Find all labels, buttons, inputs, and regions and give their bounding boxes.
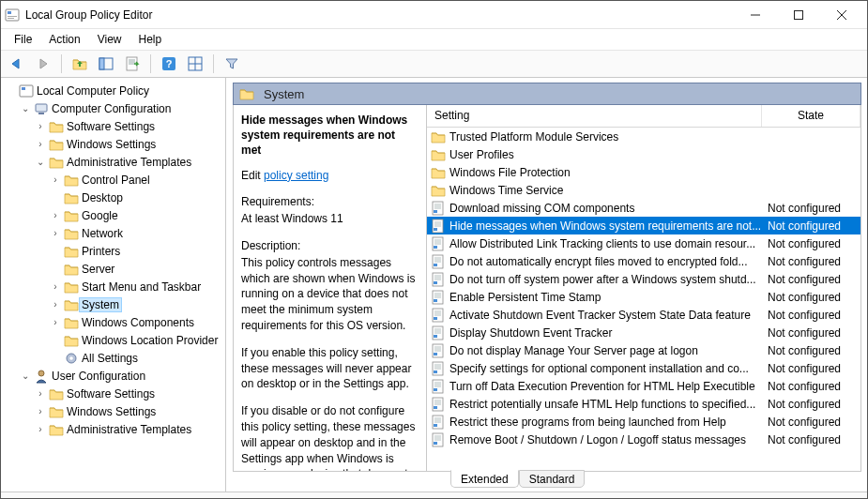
tree-printers[interactable]: Printers <box>50 242 225 260</box>
list-row[interactable]: Restrict these programs from being launc… <box>427 413 860 431</box>
list-row[interactable]: Do not display Manage Your Server page a… <box>427 341 860 359</box>
list-header: Setting State <box>427 105 860 128</box>
policy-icon <box>431 308 446 323</box>
tree-network[interactable]: ›Network <box>50 224 225 242</box>
setting-name: Remove Boot / Shutdown / Logon / Logoff … <box>449 433 762 446</box>
setting-name: Do not automatically encrypt files moved… <box>449 255 762 268</box>
list-row[interactable]: Specify settings for optional component … <box>427 359 860 377</box>
collapse-icon[interactable]: ⌄ <box>20 103 31 113</box>
show-hide-tree-button[interactable] <box>96 53 116 74</box>
tree-user-configuration[interactable]: ⌄ User Configuration <box>20 367 225 385</box>
policy-icon <box>431 361 446 376</box>
expand-icon[interactable]: › <box>35 121 46 131</box>
tree-uc-windows[interactable]: ›Windows Settings <box>35 402 225 420</box>
policy-icon <box>431 379 446 394</box>
tree-administrative-templates[interactable]: ⌄Administrative Templates <box>35 153 225 171</box>
list-body[interactable]: Trusted Platform Module ServicesUser Pro… <box>427 128 860 471</box>
filter-button[interactable] <box>221 53 242 74</box>
list-row[interactable]: Windows Time Service <box>427 181 860 199</box>
svg-text:?: ? <box>166 58 173 69</box>
up-folder-button[interactable] <box>69 53 90 74</box>
edit-policy-link[interactable]: policy setting <box>264 169 328 182</box>
setting-state: Not configured <box>762 309 860 322</box>
expand-icon[interactable]: › <box>50 174 61 185</box>
list-row[interactable]: Trusted Platform Module Services <box>427 128 860 145</box>
tree-uc-software[interactable]: ›Software Settings <box>35 385 225 402</box>
folder-icon <box>64 297 79 312</box>
tab-extended[interactable]: Extended <box>450 470 519 488</box>
collapse-icon[interactable]: ⌄ <box>35 157 46 167</box>
expand-icon[interactable]: › <box>50 210 61 220</box>
folder-icon <box>64 280 79 295</box>
list-row[interactable]: Allow Distributed Link Tracking clients … <box>427 234 860 252</box>
tree-root[interactable]: Local Computer Policy <box>5 82 225 99</box>
list-row[interactable]: Windows File Protection <box>427 163 860 181</box>
back-button[interactable] <box>7 53 27 74</box>
tree-software-settings[interactable]: ›Software Settings <box>35 117 225 135</box>
expand-icon[interactable]: › <box>50 299 61 310</box>
setting-state: Not configured <box>762 219 860 233</box>
toolbar-separator <box>213 54 214 73</box>
minimize-button[interactable] <box>734 1 777 29</box>
properties-button[interactable] <box>185 53 206 74</box>
forward-button[interactable] <box>33 53 53 74</box>
setting-name: Windows Time Service <box>449 184 762 197</box>
expand-icon[interactable]: › <box>50 317 61 327</box>
svg-rect-20 <box>8 18 14 19</box>
menu-view[interactable]: View <box>90 31 129 48</box>
list-row[interactable]: Display Shutdown Event TrackerNot config… <box>427 324 860 341</box>
folder-icon <box>431 129 446 144</box>
tree-computer-configuration[interactable]: ⌄ Computer Configuration <box>20 99 225 117</box>
tree-server[interactable]: Server <box>50 260 225 278</box>
tree-windows-location[interactable]: Windows Location Provider <box>50 331 225 349</box>
export-list-button[interactable] <box>122 53 143 74</box>
list-row[interactable]: Activate Shutdown Event Tracker System S… <box>427 306 860 324</box>
list-row[interactable]: Turn off Data Execution Prevention for H… <box>427 377 860 395</box>
tree-start-menu[interactable]: ›Start Menu and Taskbar <box>50 278 225 295</box>
tree-windows-settings[interactable]: ›Windows Settings <box>35 135 225 153</box>
setting-state: Not configured <box>762 255 860 268</box>
description-text: This policy controls messages which are … <box>241 255 417 334</box>
folder-icon <box>64 173 79 188</box>
svg-rect-17 <box>6 9 19 21</box>
tree-all-settings[interactable]: All Settings <box>50 349 225 367</box>
list-row[interactable]: Enable Persistent Time StampNot configur… <box>427 288 860 306</box>
tree-pane[interactable]: Local Computer Policy ⌄ Computer Configu… <box>1 78 226 491</box>
menu-file[interactable]: File <box>7 31 39 48</box>
list-row[interactable]: Do not turn off system power after a Win… <box>427 270 860 288</box>
list-row[interactable]: Remove Boot / Shutdown / Logon / Logoff … <box>427 431 860 448</box>
setting-name: Enable Persistent Time Stamp <box>449 291 762 304</box>
folder-icon <box>64 262 79 277</box>
menu-action[interactable]: Action <box>41 31 87 48</box>
column-setting[interactable]: Setting <box>427 105 762 127</box>
list-row[interactable]: Download missing COM componentsNot confi… <box>427 199 860 217</box>
folder-icon <box>64 244 79 259</box>
list-row[interactable]: Hide messages when Windows system requir… <box>427 217 860 234</box>
tab-standard[interactable]: Standard <box>519 470 586 488</box>
expand-icon[interactable]: › <box>35 388 46 399</box>
folder-icon <box>64 315 79 330</box>
expand-icon[interactable]: › <box>35 424 46 434</box>
expand-icon[interactable]: › <box>50 281 61 292</box>
policy-icon <box>431 290 446 305</box>
list-row[interactable]: Restrict potentially unsafe HTML Help fu… <box>427 395 860 413</box>
menu-help[interactable]: Help <box>131 31 170 48</box>
tree-windows-components[interactable]: ›Windows Components <box>50 313 225 331</box>
tree-control-panel[interactable]: ›Control Panel <box>50 171 225 189</box>
tree-google[interactable]: ›Google <box>50 206 225 224</box>
maximize-button[interactable] <box>777 1 820 29</box>
policy-icon <box>431 325 446 340</box>
expand-icon[interactable]: › <box>50 228 61 238</box>
list-row[interactable]: Do not automatically encrypt files moved… <box>427 252 860 270</box>
column-state[interactable]: State <box>762 105 860 127</box>
help-button[interactable]: ? <box>159 53 179 74</box>
tree-uc-admin[interactable]: ›Administrative Templates <box>35 420 225 438</box>
list-row[interactable]: User Profiles <box>427 145 860 163</box>
tree-system[interactable]: ›System <box>50 295 225 313</box>
collapse-icon[interactable]: ⌄ <box>20 370 31 381</box>
expand-icon[interactable]: › <box>35 139 46 149</box>
close-button[interactable] <box>820 1 863 29</box>
expand-icon[interactable]: › <box>35 406 46 416</box>
tree-desktop[interactable]: Desktop <box>50 189 225 206</box>
settings-icon <box>64 351 79 366</box>
